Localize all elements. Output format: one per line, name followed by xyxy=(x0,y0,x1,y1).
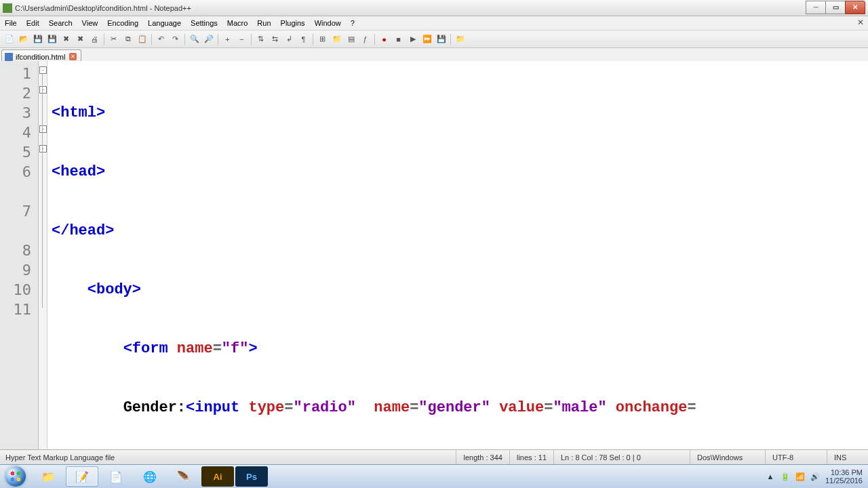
show-all-icon[interactable]: ¶ xyxy=(297,33,310,45)
fold-box-icon[interactable]: - xyxy=(39,66,47,74)
toolbar-sep xyxy=(184,34,185,45)
system-tray[interactable]: ▲ 🔋 📶 🔊 10:36 PM 11/25/2016 xyxy=(766,468,868,485)
app-icon xyxy=(3,3,12,13)
taskbar-notepadpp-icon[interactable]: 📝 xyxy=(66,466,98,487)
close-all-icon[interactable]: ✖ xyxy=(74,33,87,45)
code-line[interactable]: Gender:<input type="radio" name="gender"… xyxy=(47,398,868,418)
code-area[interactable]: <html> <head> </head> <body> <form name=… xyxy=(47,61,868,450)
code-line[interactable]: <head> xyxy=(47,162,868,182)
new-file-icon[interactable]: 📄 xyxy=(3,33,16,45)
folder-icon[interactable]: 📁 xyxy=(330,33,343,45)
menu-view[interactable]: View xyxy=(77,17,103,29)
redo-icon[interactable]: ↷ xyxy=(169,33,182,45)
menu-macro[interactable]: Macro xyxy=(222,17,253,29)
close-button[interactable]: ✕ xyxy=(845,1,865,14)
code-line[interactable]: <html> xyxy=(47,103,868,123)
toolbar-sep xyxy=(151,34,152,45)
toolbar: 📄 📂 💾 💾 ✖ ✖ 🖨 ✂ ⧉ 📋 ↶ ↷ 🔍 🔎 + − ⇅ ⇆ ↲ ¶ … xyxy=(0,30,868,48)
tray-date: 11/25/2016 xyxy=(825,476,863,485)
save-all-icon[interactable]: 💾 xyxy=(45,33,58,45)
line-number: 5 xyxy=(0,142,38,162)
code-line[interactable]: <form name="f"> xyxy=(47,339,868,359)
status-mode[interactable]: INS xyxy=(827,450,868,465)
tray-clock[interactable]: 10:36 PM 11/25/2016 xyxy=(825,468,863,485)
window-controls: ─ ▭ ✕ xyxy=(806,1,865,13)
doc-map-icon[interactable]: ▤ xyxy=(344,33,357,45)
window-title: C:\Users\admin\Desktop\ifcondition.html … xyxy=(15,4,806,12)
editor[interactable]: 1 2 3 4 5 6 7 8 9 10 11 - - - - <html> <… xyxy=(0,61,868,450)
cut-icon[interactable]: ✂ xyxy=(107,33,120,45)
maximize-button[interactable]: ▭ xyxy=(825,1,846,14)
record-icon[interactable]: ● xyxy=(378,33,391,45)
taskbar-explorer-icon[interactable]: 📁 xyxy=(32,466,64,487)
line-number: 7 xyxy=(0,201,38,241)
file-icon xyxy=(5,53,13,61)
menu-window[interactable]: Window xyxy=(310,17,346,29)
close-file-icon[interactable]: ✖ xyxy=(60,33,73,45)
stop-icon[interactable]: ■ xyxy=(392,33,405,45)
taskbar-notepad-icon[interactable]: 📄 xyxy=(100,466,132,487)
menu-help[interactable]: ? xyxy=(346,17,359,29)
print-icon[interactable]: 🖨 xyxy=(88,33,101,45)
wrap-icon[interactable]: ↲ xyxy=(283,33,296,45)
save-icon[interactable]: 💾 xyxy=(31,33,44,45)
mdi-close-icon[interactable]: ✕ xyxy=(857,18,864,27)
zoom-in-icon[interactable]: + xyxy=(221,33,234,45)
line-number-gutter: 1 2 3 4 5 6 7 8 9 10 11 xyxy=(0,61,39,450)
tray-battery-icon[interactable]: 🔋 xyxy=(781,472,790,481)
play-icon[interactable]: ▶ xyxy=(406,33,419,45)
paste-icon[interactable]: 📋 xyxy=(136,33,149,45)
fold-box-icon[interactable]: - xyxy=(39,86,47,94)
replace-icon[interactable]: 🔎 xyxy=(202,33,215,45)
windows-orb-icon xyxy=(5,466,26,487)
find-icon[interactable]: 🔍 xyxy=(188,33,201,45)
minimize-button[interactable]: ─ xyxy=(806,1,826,14)
code-line[interactable]: <body> xyxy=(47,280,868,300)
menu-file[interactable]: File xyxy=(0,17,22,29)
menu-run[interactable]: Run xyxy=(252,17,275,29)
status-bar: Hyper Text Markup Language file length :… xyxy=(0,449,868,465)
toolbar-sep xyxy=(450,34,451,45)
save-macro-icon[interactable]: 💾 xyxy=(435,33,448,45)
status-language: Hyper Text Markup Language file xyxy=(0,450,121,465)
menu-search[interactable]: Search xyxy=(44,17,77,29)
menu-language[interactable]: Language xyxy=(143,17,186,29)
tray-volume-icon[interactable]: 🔊 xyxy=(810,472,820,481)
tab-label: ifcondition.html xyxy=(16,53,65,61)
fold-margin[interactable]: - - - - xyxy=(39,61,47,450)
func-list-icon[interactable]: ƒ xyxy=(359,33,372,45)
line-number: 1 xyxy=(0,64,38,83)
menu-bar: File Edit Search View Encoding Language … xyxy=(0,16,868,30)
copy-icon[interactable]: ⧉ xyxy=(121,33,134,45)
taskbar-chrome-icon[interactable]: 🌐 xyxy=(134,466,166,487)
status-length: length : 344 xyxy=(456,450,509,465)
tab-close-icon[interactable]: ✕ xyxy=(69,53,77,60)
explorer-icon[interactable]: 📁 xyxy=(454,33,467,45)
menu-edit[interactable]: Edit xyxy=(22,17,44,29)
code-line[interactable]: </head> xyxy=(47,221,868,241)
menu-encoding[interactable]: Encoding xyxy=(102,17,143,29)
taskbar-photoshop-icon[interactable]: Ps xyxy=(235,466,268,487)
taskbar-feather-icon[interactable]: 🪶 xyxy=(167,466,200,487)
toolbar-sep xyxy=(313,34,313,45)
line-number: 6 xyxy=(0,162,38,201)
zoom-out-icon[interactable]: − xyxy=(235,33,248,45)
sync-h-icon[interactable]: ⇆ xyxy=(269,33,281,45)
fold-box-icon[interactable]: - xyxy=(39,125,47,133)
play-multi-icon[interactable]: ⏩ xyxy=(420,33,433,45)
taskbar[interactable]: 📁 📝 📄 🌐 🪶 Ai Ps ▲ 🔋 📶 🔊 10:36 PM 11/25/2… xyxy=(0,464,868,488)
status-eol[interactable]: Dos\Windows xyxy=(690,450,765,465)
tray-network-icon[interactable]: 📶 xyxy=(795,472,805,481)
start-button[interactable] xyxy=(0,465,31,488)
menu-settings[interactable]: Settings xyxy=(186,17,222,29)
indent-guide-icon[interactable]: ⊞ xyxy=(316,33,329,45)
sync-v-icon[interactable]: ⇅ xyxy=(254,33,267,45)
taskbar-illustrator-icon[interactable]: Ai xyxy=(201,466,234,487)
menu-plugins[interactable]: Plugins xyxy=(276,17,310,29)
fold-box-icon[interactable]: - xyxy=(39,145,47,152)
status-encoding[interactable]: UTF-8 xyxy=(765,450,827,465)
tray-up-icon[interactable]: ▲ xyxy=(766,472,775,481)
open-file-icon[interactable]: 📂 xyxy=(17,33,30,45)
line-number: 8 xyxy=(0,241,38,260)
undo-icon[interactable]: ↶ xyxy=(155,33,167,45)
